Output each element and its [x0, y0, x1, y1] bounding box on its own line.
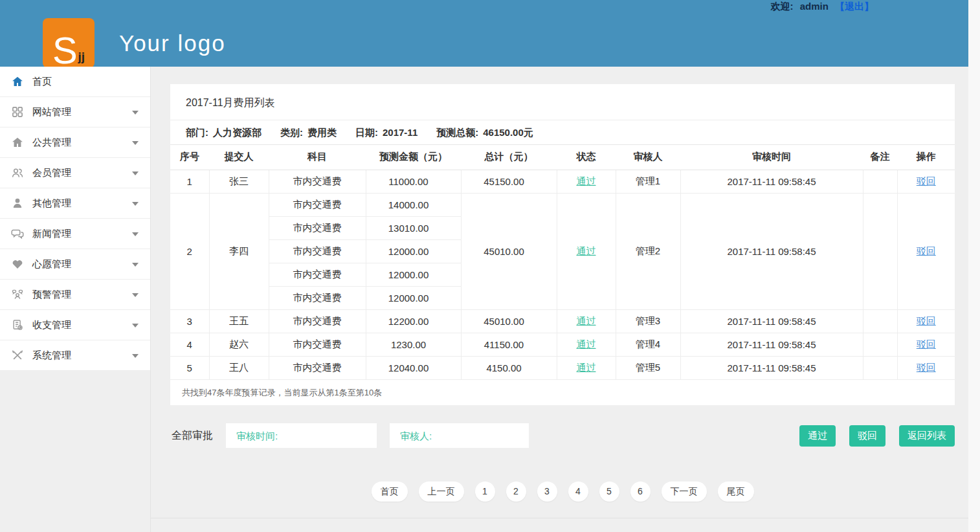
cell-submitter: 王八 — [209, 356, 269, 379]
sidebar-item-label: 新闻管理 — [32, 228, 71, 240]
cell-subject: 市内交通费 — [269, 286, 366, 309]
cell-forecast-amount: 12000.00 — [366, 239, 461, 263]
cell-review-time: 2017-11-11 09:58:45 — [680, 193, 863, 309]
alert-icon — [10, 287, 25, 302]
table-row: 3王五市内交通费12200.0045010.00通过管理32017-11-11 … — [170, 309, 955, 333]
sidebar-item-site[interactable]: 网站管理 — [0, 97, 150, 127]
reject-link[interactable]: 驳回 — [917, 175, 936, 186]
pagination: 首页上一页123456下一页尾页 — [170, 482, 955, 502]
chevron-down-icon — [132, 354, 139, 358]
cell-index: 2 — [170, 193, 209, 309]
sidebar-item-label: 收支管理 — [32, 319, 71, 331]
reviewer-input[interactable] — [390, 423, 529, 448]
sidebar-item-system[interactable]: 系统管理 — [0, 340, 150, 371]
cell-total: 45010.00 — [461, 193, 557, 309]
approval-buttons: 通过驳回返回列表 — [799, 425, 955, 447]
welcome-bar: 欢迎: admin 【退出】 — [770, 1, 874, 13]
sidebar-item-public[interactable]: 公共管理 — [0, 127, 150, 158]
sidebar-item-other[interactable]: 其他管理 — [0, 188, 150, 219]
scrollbar-track[interactable] — [968, 0, 980, 532]
pagination-prev[interactable]: 上一页 — [419, 482, 464, 502]
pagination-page-2[interactable]: 2 — [506, 482, 526, 502]
chevron-down-icon — [132, 263, 139, 267]
chevron-down-icon — [132, 111, 139, 115]
sidebar-item-label: 会员管理 — [32, 167, 71, 179]
pagination-page-6[interactable]: 6 — [630, 482, 651, 502]
status-pass-link[interactable]: 通过 — [577, 338, 596, 349]
reject-link[interactable]: 驳回 — [917, 245, 936, 256]
pagination-page-5[interactable]: 5 — [599, 482, 619, 502]
sidebar-item-wish[interactable]: 心愿管理 — [0, 249, 150, 280]
username: admin — [800, 1, 829, 12]
house-icon — [10, 135, 25, 150]
cell-subject: 市内交通费 — [269, 333, 366, 356]
logout-link[interactable]: 【退出】 — [835, 1, 874, 12]
filter-date: 日期:2017-11 — [355, 120, 418, 144]
sidebar-item-label: 网站管理 — [32, 106, 71, 118]
sidebar-item-member[interactable]: 会员管理 — [0, 158, 150, 188]
pagination-page-3[interactable]: 3 — [537, 482, 557, 502]
sidebar-item-label: 其他管理 — [32, 197, 71, 210]
cell-status: 通过 — [557, 356, 616, 379]
sidebar-item-home[interactable]: 首页 — [0, 67, 150, 97]
status-pass-link[interactable]: 通过 — [577, 175, 596, 186]
cell-subject: 市内交通费 — [269, 263, 366, 286]
cell-submitter: 王五 — [209, 309, 269, 333]
pass-button[interactable]: 通过 — [799, 425, 836, 447]
review-time-input[interactable] — [226, 423, 377, 448]
cell-forecast-amount: 12000.00 — [366, 263, 461, 286]
cell-total: 41150.00 — [461, 333, 557, 356]
column-header: 审核时间 — [680, 145, 863, 170]
logo-jj-letters: jj — [78, 50, 85, 64]
sidebar-item-warning[interactable]: 预警管理 — [0, 280, 150, 310]
pagination-last[interactable]: 尾页 — [718, 482, 754, 502]
pagination-next[interactable]: 下一页 — [662, 482, 707, 502]
cell-forecast-amount: 12000.00 — [366, 286, 461, 309]
expense-panel: 2017-11月费用列表 部门:人力资源部 类别:费用类 日期:2017-11 … — [170, 84, 955, 405]
sidebar-item-label: 心愿管理 — [32, 258, 71, 271]
cell-action: 驳回 — [897, 193, 955, 309]
pagination-page-1[interactable]: 1 — [475, 482, 495, 502]
cell-forecast-amount: 12200.00 — [366, 309, 461, 333]
cell-forecast-amount: 12040.00 — [366, 356, 461, 379]
chevron-down-icon — [132, 232, 139, 236]
reject-link[interactable]: 驳回 — [917, 362, 936, 373]
cell-reviewer: 管理4 — [616, 333, 680, 356]
cell-subject: 市内交通费 — [269, 170, 366, 193]
status-pass-link[interactable]: 通过 — [577, 315, 596, 326]
user-icon — [10, 196, 25, 210]
cell-remark — [863, 356, 897, 379]
filter-category: 类别:费用类 — [280, 120, 337, 144]
status-pass-link[interactable]: 通过 — [577, 362, 596, 373]
pagination-page-4[interactable]: 4 — [568, 482, 588, 502]
cell-review-time: 2017-11-11 09:58:45 — [680, 356, 863, 379]
brand-text: Your logo — [119, 30, 226, 56]
cell-action: 驳回 — [897, 333, 955, 356]
reject-link[interactable]: 驳回 — [917, 315, 936, 326]
cell-forecast-amount: 13010.00 — [366, 216, 461, 239]
cell-index: 3 — [170, 309, 209, 333]
sidebar-item-news[interactable]: 新闻管理 — [0, 219, 150, 249]
users-icon — [10, 166, 25, 180]
back-to-list-button[interactable]: 返回列表 — [899, 425, 955, 447]
footer-divider — [151, 518, 968, 518]
cell-status: 通过 — [557, 333, 616, 356]
cell-remark — [863, 193, 897, 309]
column-header: 预测金额（元） — [366, 145, 461, 170]
reject-button[interactable]: 驳回 — [849, 425, 885, 447]
cell-submitter: 李四 — [209, 193, 269, 309]
cell-action: 驳回 — [897, 356, 955, 379]
cell-review-time: 2017-11-11 09:58:45 — [680, 333, 863, 356]
cell-status: 通过 — [557, 193, 616, 309]
status-pass-link[interactable]: 通过 — [577, 245, 596, 256]
cell-action: 驳回 — [897, 309, 955, 333]
reject-link[interactable]: 驳回 — [917, 338, 936, 349]
pagination-first[interactable]: 首页 — [372, 482, 408, 502]
sidebar-item-finance[interactable]: 收支管理 — [0, 310, 150, 340]
filter-department: 部门:人力资源部 — [186, 120, 262, 144]
cell-subject: 市内交通费 — [269, 216, 366, 239]
heart-icon — [10, 257, 25, 271]
cell-subject: 市内交通费 — [269, 239, 366, 263]
cell-reviewer: 管理3 — [616, 309, 680, 333]
cell-index: 4 — [170, 333, 209, 356]
